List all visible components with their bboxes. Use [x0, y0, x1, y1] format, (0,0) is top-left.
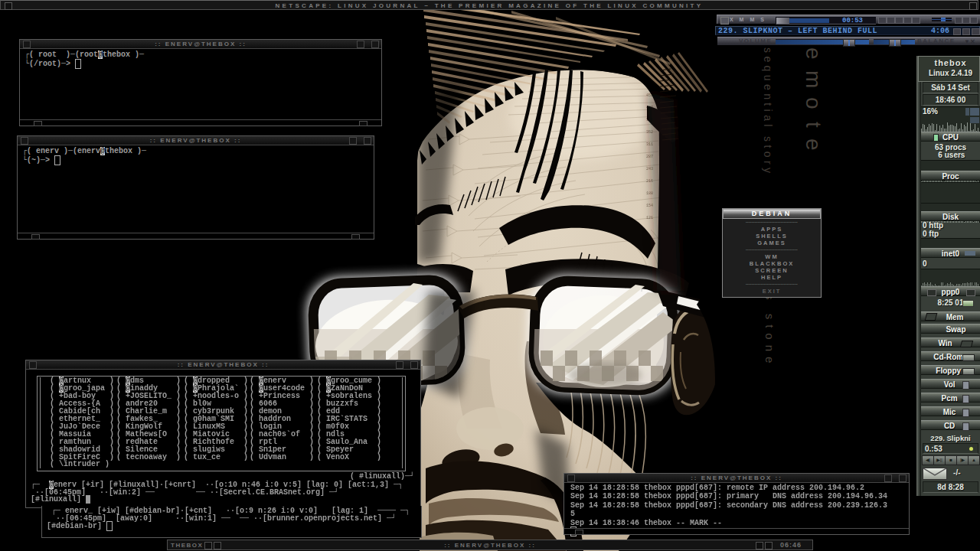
svg-text:t: t	[802, 122, 825, 128]
svg-text:e: e	[802, 47, 825, 60]
svg-text:121: 121	[646, 216, 653, 220]
svg-text:154: 154	[646, 204, 653, 208]
svg-text:s stone: s stone	[763, 294, 776, 368]
svg-text:o: o	[802, 97, 825, 109]
svg-text:sequential story: sequential story	[762, 47, 774, 176]
svg-text:e: e	[802, 139, 825, 151]
svg-text:m: m	[802, 70, 825, 88]
